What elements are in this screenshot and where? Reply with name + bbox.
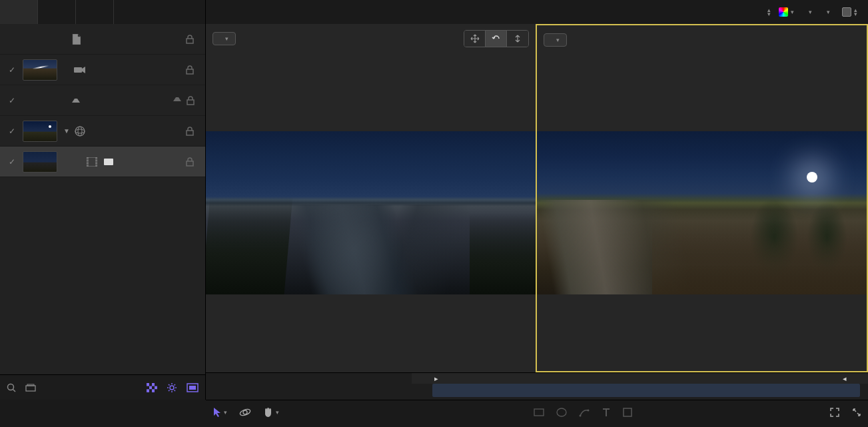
viewport-left[interactable]: ▾ [206, 24, 536, 372]
timeline-clip[interactable] [432, 384, 860, 397]
viewport-left-canvas[interactable] [206, 131, 536, 294]
checker-icon[interactable] [147, 383, 157, 392]
hand-tool[interactable]: ▾ [263, 406, 279, 418]
timeline-ruler[interactable]: ▸ ◂ [412, 373, 868, 384]
svg-point-31 [588, 409, 590, 411]
blend-lock-icons[interactable] [167, 96, 200, 105]
bezier-tool-icon[interactable] [579, 408, 590, 417]
svg-point-27 [239, 408, 251, 416]
svg-rect-0 [74, 67, 82, 73]
layer-row-group[interactable]: ✓ [0, 85, 205, 116]
color-wheel-icon [779, 7, 788, 17]
visibility-checkbox[interactable]: ✓ [5, 127, 19, 136]
fit-stepper-icon[interactable]: ▴▾ [767, 8, 771, 16]
viewer-area: ▴▾ ▾ ▾ ▾ ▴▾ ▾ [206, 0, 868, 400]
tab-media[interactable] [38, 0, 76, 24]
svg-point-29 [557, 408, 566, 416]
layers-sidebar: ✓ ✓ [0, 0, 206, 400]
tab-audio[interactable] [76, 0, 114, 24]
swatch-icon [842, 7, 851, 17]
mini-timeline: ▸ ◂ [206, 372, 868, 400]
arrow-tool[interactable]: ▾ [213, 407, 227, 418]
fullscreen-tool-icon[interactable] [852, 408, 861, 417]
expand-tool-icon[interactable] [829, 407, 840, 418]
rect-tool-icon[interactable] [534, 408, 544, 416]
viewports: ▾ [206, 24, 868, 372]
disclosure-triangle[interactable]: ▼ [61, 127, 72, 135]
frame-icon[interactable] [187, 383, 199, 392]
sphere-360-icon [72, 126, 88, 137]
svg-point-3 [78, 127, 82, 136]
viewport-mode-dropdown-left[interactable]: ▾ [213, 32, 236, 45]
layer-thumbnail [23, 59, 57, 81]
layer-row-360-environment[interactable]: ✓ ▼ [0, 116, 205, 147]
out-point-marker[interactable]: ◂ [843, 374, 848, 382]
color-channel-button[interactable]: ▾ [775, 6, 798, 18]
svg-rect-22 [152, 389, 155, 392]
search-icon[interactable] [7, 383, 16, 392]
visibility-checkbox[interactable]: ✓ [5, 96, 19, 105]
sidebar-tabs [0, 0, 205, 24]
sidebar-footer [0, 374, 205, 400]
svg-point-1 [75, 127, 85, 136]
orbit-tool[interactable] [239, 406, 251, 418]
in-point-marker[interactable]: ▸ [434, 374, 440, 382]
svg-point-30 [580, 414, 582, 416]
lock-icon[interactable] [180, 127, 200, 136]
film-clip-icon [84, 157, 100, 167]
svg-rect-15 [26, 386, 35, 391]
orbit-mode-button[interactable] [486, 31, 507, 47]
svg-point-23 [170, 386, 174, 390]
mask-tool-icon[interactable] [556, 408, 567, 417]
tab-layers[interactable] [0, 0, 38, 24]
layer-thumbnail [23, 121, 57, 142]
svg-rect-25 [189, 386, 196, 390]
viewport-right[interactable]: ▾ [536, 24, 868, 372]
svg-rect-17 [147, 383, 149, 386]
lock-icon[interactable] [180, 65, 200, 75]
render-menu[interactable]: ▾ [802, 7, 816, 17]
text-tool-icon[interactable] [602, 408, 611, 417]
svg-point-13 [8, 384, 14, 390]
layer-row-camera[interactable]: ✓ [0, 55, 205, 85]
group-icon [68, 97, 84, 104]
svg-rect-18 [152, 383, 155, 386]
viewport-right-canvas[interactable] [537, 131, 867, 294]
clip-badge-icon [104, 159, 113, 165]
svg-point-26 [243, 410, 247, 414]
layer-row-clip[interactable]: ✓ [0, 147, 205, 177]
svg-point-2 [75, 129, 85, 133]
bg-color-button[interactable]: ▴▾ [838, 6, 861, 18]
svg-rect-19 [149, 386, 152, 389]
view-menu[interactable]: ▾ [820, 7, 834, 17]
pan-mode-button[interactable] [464, 31, 486, 47]
camera-icon [72, 66, 88, 74]
svg-rect-16 [27, 384, 34, 386]
lock-icon[interactable] [180, 35, 200, 44]
viewport-mode-dropdown-right[interactable]: ▾ [544, 33, 567, 47]
visibility-checkbox[interactable]: ✓ [5, 65, 19, 75]
layer-list: ✓ ✓ [0, 24, 205, 374]
visibility-checkbox[interactable]: ✓ [5, 157, 19, 167]
shape-tool-icon[interactable] [623, 408, 632, 417]
gear-icon[interactable] [167, 382, 177, 393]
project-icon [68, 34, 84, 45]
dolly-mode-button[interactable] [507, 31, 528, 47]
transform-mode-segment [464, 30, 529, 47]
svg-rect-20 [155, 386, 157, 389]
layer-thumbnail [23, 151, 57, 173]
layer-row-project[interactable] [0, 24, 205, 55]
moon-element [807, 172, 817, 183]
svg-rect-28 [534, 409, 544, 416]
viewer-header: ▴▾ ▾ ▾ ▾ ▴▾ [206, 0, 868, 24]
bottom-toolbar: ▾ ▾ [206, 400, 868, 424]
stack-icon[interactable] [25, 384, 36, 392]
lock-icon[interactable] [180, 157, 200, 167]
svg-rect-21 [147, 389, 149, 392]
svg-line-14 [13, 389, 16, 392]
svg-rect-32 [624, 408, 632, 416]
